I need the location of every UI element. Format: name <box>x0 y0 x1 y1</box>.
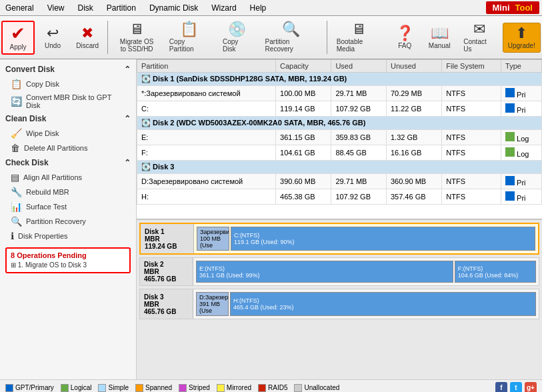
d2r2-fs: NTFS <box>442 145 501 161</box>
d1r2-partition: C: <box>137 101 276 117</box>
menu-wizard[interactable]: Wizard <box>209 2 239 14</box>
d2r1-type: Log <box>501 130 542 145</box>
upgrade-button[interactable]: ⬆ Upgrade! <box>503 23 541 53</box>
disk3-partitions: D:Зарезере 391 MB (Usе H:(NTFS) 465.4 GB… <box>193 289 539 319</box>
d2r1-partition: E: <box>137 130 276 145</box>
menu-help[interactable]: Help <box>247 2 269 14</box>
disk1-header: 💽 Disk 1 (SanDisk SDSSDHP128G SATA, MBR,… <box>137 73 542 86</box>
sidebar-item-partition-recovery[interactable]: 🔍 Partition Recovery <box>0 214 136 229</box>
table-row[interactable]: E: 361.15 GB 359.83 GB 1.32 GB NTFS Log <box>137 130 542 145</box>
sidebar-item-surface-test[interactable]: 📊 Surface Test <box>0 199 136 214</box>
d2r2-used: 88.45 GB <box>331 145 387 161</box>
sidebar-item-copy-disk[interactable]: 📋 Copy Disk <box>0 77 136 91</box>
section-check-disk[interactable]: Check Disk ⌃ <box>0 155 136 170</box>
table-row[interactable]: H: 465.38 GB 107.92 GB 357.46 GB NTFS Pr… <box>137 189 542 205</box>
d2r2-unused: 16.16 GB <box>386 145 441 161</box>
discard-button[interactable]: ✖ Discard <box>71 23 104 53</box>
disk-visual-area[interactable]: Disk 1 MBR 119.24 GB Зарезерви 100 MB (U… <box>137 219 542 379</box>
disk-properties-icon: ℹ <box>11 231 14 241</box>
partitions-table: Partition Capacity Used Unused File Syst… <box>137 59 542 205</box>
disk2-e-partition[interactable]: E:(NTFS) 361.1 GB (Used: 99%) <box>196 261 453 283</box>
brand-mini: Mini <box>490 1 513 14</box>
table-row[interactable]: D:Зарезервировано системой 390.60 MB 29.… <box>137 174 542 189</box>
sidebar-item-convert-mbr-gpt[interactable]: 🔄 Convert MBR Disk to GPT Disk <box>0 91 136 111</box>
content-area: Partition Capacity Used Unused File Syst… <box>137 59 542 379</box>
menu-dynamic-disk[interactable]: Dynamic Disk <box>147 2 201 14</box>
menu-partition[interactable]: Partition <box>104 2 139 14</box>
legend-mirrored-label: Mirrored <box>227 384 251 391</box>
sidebar-wipe-disk-label: Wipe Disk <box>26 129 59 137</box>
menu-view[interactable]: View <box>45 2 67 14</box>
disk2-visual[interactable]: Disk 2 MBR 465.76 GB E:(NTFS) 361.1 GB (… <box>139 257 539 286</box>
disk3-visual[interactable]: Disk 3 MBR 465.76 GB D:Зарезере 391 MB (… <box>139 289 539 319</box>
section-clean-disk[interactable]: Clean Disk ⌃ <box>0 111 136 126</box>
partition-recovery-button[interactable]: 🔍 Partition Recovery <box>259 19 323 56</box>
d3r2-capacity: 465.38 GB <box>276 189 331 205</box>
menu-disk[interactable]: Disk <box>75 2 96 14</box>
apply-label: Apply <box>9 43 26 51</box>
table-row[interactable]: C: 119.14 GB 107.92 GB 11.22 GB NTFS Pri <box>137 101 542 117</box>
sidebar-item-delete-all[interactable]: 🗑 Delete All Partitions <box>0 141 136 155</box>
legend-gpt-primary-label: GPT/Primary <box>15 384 54 391</box>
sidebar-item-disk-properties[interactable]: ℹ Disk Properties <box>0 229 136 243</box>
twitter-icon[interactable]: t <box>510 382 522 393</box>
d1r2-used: 107.92 GB <box>331 101 387 117</box>
contact-button[interactable]: ✉ Contact Us <box>457 19 501 56</box>
section-convert-disk[interactable]: Convert Disk ⌃ <box>0 62 136 77</box>
disk1-header-icon: 💽 <box>141 75 153 83</box>
disk3-type: MBR <box>144 301 189 308</box>
disk3-d-partition[interactable]: D:Зарезере 391 MB (Usе <box>196 292 229 316</box>
legend-logical: Logical <box>61 384 92 392</box>
undo-button[interactable]: ↩ Undo <box>36 23 69 53</box>
disk1-header-row[interactable]: 💽 Disk 1 (SanDisk SDSSDHP128G SATA, MBR,… <box>137 73 542 86</box>
d2r1-fs: NTFS <box>442 130 501 145</box>
brand-logo: MiniTool <box>486 1 539 14</box>
disk2-header-row[interactable]: 💽 Disk 2 (WDC WD5003AZEX-00MK2A0 SATA, M… <box>137 117 542 130</box>
legend-raid5-label: RAID5 <box>268 384 287 391</box>
section-check-disk-label: Check Disk <box>5 158 49 167</box>
disk2-header-text: Disk 2 (WDC WD5003AZEX-00MK2A0 SATA, MBR… <box>153 119 365 127</box>
googleplus-icon[interactable]: g+ <box>525 382 537 393</box>
legend-mirrored-color <box>217 384 225 392</box>
table-row[interactable]: F: 104.61 GB 88.45 GB 16.16 GB NTFS Log <box>137 145 542 161</box>
disk3-h-partition[interactable]: H:(NTFS) 465.4 GB (Used: 23%) <box>230 292 536 316</box>
legend-gpt-primary: GPT/Primary <box>5 384 54 392</box>
bootable-media-button[interactable]: 🖥 Bootable Media <box>331 19 387 56</box>
partition-table[interactable]: Partition Capacity Used Unused File Syst… <box>137 59 542 219</box>
faq-button[interactable]: ❓ FAQ <box>388 23 421 53</box>
disk1-sys-partition[interactable]: Зарезерви 100 MB (Usе <box>197 227 229 251</box>
apply-button[interactable]: ✔ Apply <box>1 21 35 55</box>
legend-unallocated: Unallocated <box>294 384 339 392</box>
disk1-visual[interactable]: Disk 1 MBR 119.24 GB Зарезерви 100 MB (U… <box>139 223 539 255</box>
disk2-f-size: 104.6 GB (Used: 84%) <box>458 272 533 279</box>
sidebar-item-wipe-disk[interactable]: 🧹 Wipe Disk <box>0 126 136 141</box>
table-row[interactable]: *:Зарезервировано системой 100.00 MB 29.… <box>137 86 542 101</box>
disk3-header-row[interactable]: 💽 Disk 3 <box>137 161 542 174</box>
sidebar-item-align-all[interactable]: ▤ Align All Partitions <box>0 170 136 185</box>
migrate-button[interactable]: 🖥 Migrate OS to SSD/HD <box>111 19 161 56</box>
copy-partition-button[interactable]: 📋 Copy Partition <box>163 19 215 56</box>
col-used: Used <box>331 60 387 73</box>
sidebar-delete-all-label: Delete All Partitions <box>24 144 87 152</box>
disk3-name: Disk 3 <box>144 293 189 301</box>
d1r2-capacity: 119.14 GB <box>276 101 331 117</box>
copy-disk-button[interactable]: 💿 Copy Disk <box>217 19 258 56</box>
d1r1-used: 29.71 MB <box>331 86 387 101</box>
section-clean-disk-label: Clean Disk <box>5 114 46 123</box>
disk2-f-partition[interactable]: F:(NTFS) 104.6 GB (Used: 84%) <box>455 261 536 283</box>
disk1-c-partition[interactable]: C:(NTFS) 119.1 GB (Used: 90%) <box>231 227 535 251</box>
sidebar-item-rebuild-mbr[interactable]: 🔧 Rebuild MBR <box>0 185 136 199</box>
status-bar: GPT/Primary Logical Simple Spanned Strip… <box>0 379 542 392</box>
d1r1-type: Pri <box>501 86 542 101</box>
discard-icon: ✖ <box>81 26 93 41</box>
facebook-icon[interactable]: f <box>495 382 507 393</box>
copy-partition-icon: 📋 <box>180 22 198 37</box>
manual-button[interactable]: 📖 Manual <box>423 23 456 53</box>
sidebar-convert-label: Convert MBR Disk to GPT Disk <box>26 93 125 109</box>
d2r2-capacity: 104.61 GB <box>276 145 331 161</box>
legend-simple: Simple <box>98 384 129 392</box>
menu-general[interactable]: General <box>3 2 37 14</box>
manual-icon: 📖 <box>431 26 449 41</box>
menu-bar: General View Disk Partition Dynamic Disk… <box>0 0 542 16</box>
legend-spanned-color <box>135 384 143 392</box>
